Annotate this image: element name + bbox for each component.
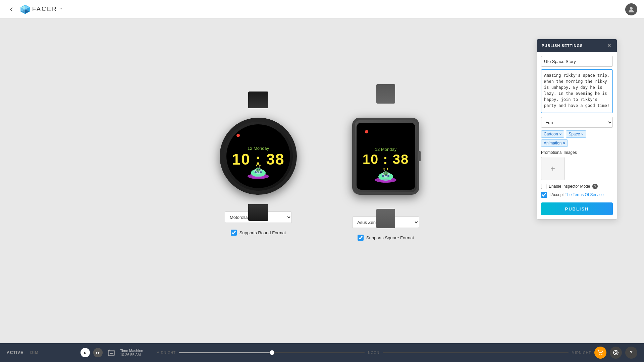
play-icon: ▶ (84, 351, 87, 355)
user-avatar[interactable] (625, 3, 637, 15)
noon-label: NOON (368, 351, 379, 355)
main-area: 12 Monday 10 : 38 (0, 19, 644, 343)
inspector-mode-label: Enable Inspector Mode (549, 184, 590, 189)
square-watch-body: 12 Monday 10 : 38 (352, 118, 419, 195)
playback-controls: ▶ ▶▶ Time Mashine 10:26:55 AM (80, 347, 147, 358)
app-title: FACER (32, 6, 57, 13)
round-band-bottom (248, 204, 268, 221)
publish-panel-close-button[interactable]: ✕ (606, 43, 612, 49)
promo-add-icon: + (550, 164, 555, 173)
watchface-description-textarea[interactable]: Amazing rikky's space trip. When the mor… (541, 69, 613, 113)
round-watch-body: 12 Monday 10 : 38 (220, 118, 297, 195)
target-button[interactable] (610, 347, 622, 359)
tag-animation-label: Animation (544, 141, 561, 145)
publish-panel-title: PUBLISH SETTINGS (542, 44, 583, 48)
cart-button[interactable] (594, 347, 606, 359)
publish-button[interactable]: PUBLISH (541, 202, 613, 215)
tag-space: Space × (566, 130, 586, 138)
tag-space-remove[interactable]: × (581, 132, 583, 136)
bottom-bar: ACTIVE DIM ▶ ▶▶ Time Mashine 10:26:55 AM (0, 343, 644, 362)
timeline-bar[interactable] (179, 352, 365, 353)
inspector-help-icon[interactable]: ? (592, 184, 598, 189)
tos-checkbox[interactable] (541, 192, 547, 198)
inspector-row: Enable Inspector Mode ? (541, 184, 613, 189)
svg-point-11 (255, 171, 257, 173)
publish-settings-panel: PUBLISH SETTINGS ✕ Amazing rikky's space… (537, 39, 617, 220)
tos-label: I Accept The Terms Of Service (549, 192, 604, 197)
timeline-thumb[interactable] (270, 350, 274, 355)
tags-row: Cartoon × Space × Animation × (541, 130, 613, 147)
publish-panel-header: PUBLISH SETTINGS ✕ (537, 39, 617, 52)
svg-point-30 (386, 173, 387, 174)
forward-icon: ▶▶ (96, 351, 100, 354)
category-select[interactable]: Fun Sport Classic (541, 117, 613, 128)
tag-input[interactable] (570, 141, 590, 145)
calendar-button[interactable] (106, 347, 117, 358)
midnight-right-label: MIDNIGHT (572, 351, 591, 355)
square-band-bottom (376, 209, 395, 228)
svg-point-27 (387, 175, 389, 177)
svg-point-43 (599, 354, 600, 355)
square-supports-row: Supports Square Format (358, 235, 414, 241)
timeline-progress (179, 352, 272, 353)
back-button[interactable] (7, 5, 16, 14)
svg-point-45 (613, 350, 618, 355)
bottom-left: ACTIVE DIM (7, 350, 74, 355)
time-machine-time: 10:26:55 AM (120, 353, 143, 357)
svg-rect-41 (111, 353, 112, 354)
tag-animation-remove[interactable]: × (563, 141, 565, 145)
svg-point-34 (387, 168, 388, 170)
square-watch-date: 12 Monday (375, 147, 396, 152)
svg-point-29 (384, 173, 385, 174)
app-trademark: ™ (59, 8, 62, 11)
svg-point-7 (630, 7, 633, 10)
round-band-top (248, 92, 268, 108)
facer-logo: FACER ™ (20, 4, 62, 14)
svg-point-13 (260, 171, 262, 173)
red-dot-indicator (236, 134, 240, 137)
square-watch-time: 10 : 38 (363, 153, 409, 166)
tag-cartoon: Cartoon × (541, 130, 564, 138)
top-navigation: FACER ™ (0, 0, 644, 19)
svg-point-21 (252, 176, 265, 178)
watchface-title-input[interactable] (541, 56, 613, 67)
square-supports-checkbox[interactable] (358, 235, 364, 241)
svg-point-35 (379, 179, 392, 182)
svg-point-25 (382, 175, 384, 177)
round-supports-checkbox[interactable] (231, 230, 237, 236)
square-supports-label: Supports Square Format (366, 235, 414, 240)
square-ufo-character (372, 166, 399, 186)
promo-images-label: Promotional Images (541, 150, 613, 155)
tos-link[interactable]: The Terms Of Service (565, 192, 604, 197)
help-icon: ? (630, 350, 633, 355)
round-supports-label: Supports Round Format (239, 230, 286, 235)
logo-cube-icon (20, 4, 30, 14)
round-watch-container: 12 Monday 10 : 38 (215, 108, 302, 236)
svg-point-32 (383, 168, 385, 170)
svg-point-20 (259, 165, 261, 166)
round-ufo-character (245, 162, 272, 182)
help-button[interactable]: ? (625, 347, 637, 359)
svg-point-18 (256, 165, 257, 166)
play-button[interactable]: ▶ (80, 348, 90, 357)
publish-panel-body: Amazing rikky's space trip. When the mor… (537, 52, 617, 219)
svg-point-15 (257, 169, 258, 170)
inspector-mode-checkbox[interactable] (541, 184, 546, 189)
round-supports-row: Supports Round Format (231, 230, 286, 236)
square-band-top (376, 84, 395, 104)
tag-space-label: Space (569, 132, 580, 136)
tos-row: I Accept The Terms Of Service (541, 192, 613, 198)
square-red-dot (365, 130, 368, 133)
tos-prefix: I Accept (549, 192, 565, 197)
tag-cartoon-remove[interactable]: × (559, 132, 561, 136)
bottom-right: ? (594, 347, 637, 359)
svg-rect-40 (110, 353, 111, 354)
promo-add-button[interactable]: + (541, 157, 565, 180)
svg-point-16 (259, 169, 260, 170)
timeline-bar-right[interactable] (383, 352, 568, 353)
square-watch-button (418, 151, 421, 161)
forward-button[interactable]: ▶▶ (93, 348, 103, 357)
time-machine-name: Time Mashine (120, 349, 143, 353)
dim-status-label: DIM (30, 350, 39, 355)
round-watch-face: 12 Monday 10 : 38 (226, 124, 290, 188)
